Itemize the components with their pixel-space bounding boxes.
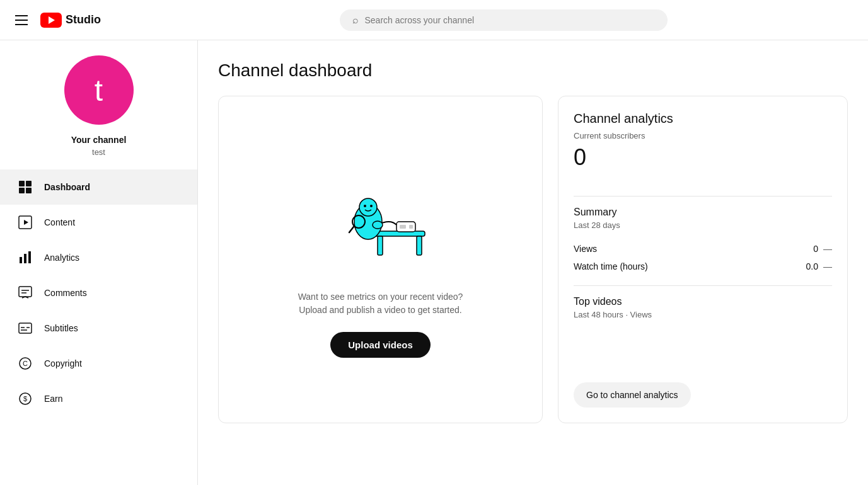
sidebar-item-comments[interactable]: Comments <box>0 275 197 311</box>
comment-icon <box>18 286 33 300</box>
sidebar-item-subtitles-label: Subtitles <box>44 323 78 333</box>
stat-watchtime-value: 0.0 <box>806 261 818 271</box>
divider-1 <box>574 196 832 197</box>
svg-rect-2 <box>19 188 25 193</box>
channel-handle: test <box>92 147 105 157</box>
svg-rect-1 <box>26 181 32 186</box>
subscribers-label: Current subscribers <box>574 131 832 140</box>
svg-rect-25 <box>409 225 413 229</box>
svg-line-32 <box>349 227 354 232</box>
sidebar: t Your channel test Dashboard <box>0 40 198 485</box>
youtube-icon <box>40 13 62 28</box>
sidebar-item-analytics[interactable]: Analytics <box>0 240 197 275</box>
subscribers-count: 0 <box>574 144 832 171</box>
stat-views-label: Views <box>574 244 597 254</box>
svg-point-30 <box>370 205 373 207</box>
go-to-channel-analytics-button[interactable]: Go to channel analytics <box>574 382 691 408</box>
svg-rect-22 <box>417 236 422 255</box>
stat-views-dash: — <box>823 244 832 254</box>
main-content: Channel dashboard <box>198 40 868 485</box>
sidebar-item-dashboard-label: Dashboard <box>44 182 90 192</box>
svg-rect-21 <box>378 236 383 255</box>
summary-title: Summary <box>574 207 832 218</box>
play-icon <box>18 215 33 229</box>
sidebar-item-subtitles[interactable]: Subtitles <box>0 311 197 346</box>
channel-avatar: t <box>64 55 134 125</box>
analytics-card: Channel analytics Current subscribers 0 … <box>558 96 848 423</box>
svg-rect-6 <box>20 257 22 263</box>
svg-point-28 <box>359 198 377 216</box>
top-videos-title: Top videos <box>574 296 832 307</box>
dollar-icon: $ <box>18 392 33 406</box>
stat-views-row: Views 0 — <box>574 240 832 258</box>
sidebar-item-content-label: Content <box>44 217 75 227</box>
search-input[interactable] <box>365 15 655 25</box>
sidebar-nav: Dashboard Content <box>0 169 197 416</box>
menu-button[interactable] <box>10 10 33 30</box>
stat-views-values: 0 — <box>813 244 832 254</box>
sidebar-item-earn[interactable]: $ Earn <box>0 381 197 416</box>
sidebar-item-dashboard[interactable]: Dashboard <box>0 169 197 205</box>
stat-views-value: 0 <box>813 244 818 254</box>
channel-initial: t <box>95 73 103 108</box>
stat-watchtime-row: Watch time (hours) 0.0 — <box>574 258 832 275</box>
subtitles-icon <box>18 321 33 335</box>
logo-text: Studio <box>66 13 101 26</box>
svg-text:$: $ <box>23 395 27 402</box>
svg-marker-5 <box>24 220 28 225</box>
stat-watchtime-dash: — <box>823 261 832 271</box>
search-icon: ⌕ <box>352 14 359 26</box>
svg-rect-12 <box>19 323 32 333</box>
svg-rect-7 <box>24 254 26 263</box>
search-container[interactable]: ⌕ <box>340 9 668 31</box>
sidebar-item-copyright[interactable]: C Copyright <box>0 346 197 381</box>
divider-2 <box>574 285 832 286</box>
stat-watchtime-values: 0.0 — <box>806 261 832 271</box>
svg-rect-0 <box>19 181 25 186</box>
summary-period: Last 28 days <box>574 220 832 230</box>
stat-watchtime-label: Watch time (hours) <box>574 261 648 271</box>
svg-rect-3 <box>26 188 32 193</box>
svg-rect-8 <box>28 251 31 263</box>
sidebar-item-analytics-label: Analytics <box>44 253 79 263</box>
grid-icon <box>18 180 33 194</box>
svg-point-27 <box>373 221 383 229</box>
search-bar: ⌕ <box>149 9 858 31</box>
main-layout: t Your channel test Dashboard <box>0 40 868 485</box>
sidebar-item-copyright-label: Copyright <box>44 358 82 368</box>
header: Studio ⌕ <box>0 0 868 40</box>
upload-videos-button[interactable]: Upload videos <box>330 332 431 358</box>
sidebar-item-earn-label: Earn <box>44 394 63 404</box>
logo[interactable]: Studio <box>40 13 101 28</box>
upload-card: Want to see metrics on your recent video… <box>218 96 543 423</box>
channel-name: Your channel <box>71 135 127 145</box>
bar-chart-icon <box>18 251 33 265</box>
sidebar-item-content[interactable]: Content <box>0 205 197 240</box>
svg-point-29 <box>364 205 366 207</box>
dashboard-grid: Want to see metrics on your recent video… <box>218 96 848 423</box>
top-videos-period: Last 48 hours · Views <box>574 310 832 319</box>
analytics-card-title: Channel analytics <box>574 111 832 126</box>
page-title: Channel dashboard <box>218 60 848 81</box>
copyright-icon: C <box>18 357 33 370</box>
sidebar-item-comments-label: Comments <box>44 288 87 298</box>
upload-message: Want to see metrics on your recent video… <box>298 290 463 317</box>
header-left: Studio <box>10 10 149 30</box>
svg-text:C: C <box>23 360 28 367</box>
upload-illustration <box>318 162 444 275</box>
svg-rect-9 <box>19 287 32 297</box>
svg-rect-24 <box>400 225 406 229</box>
